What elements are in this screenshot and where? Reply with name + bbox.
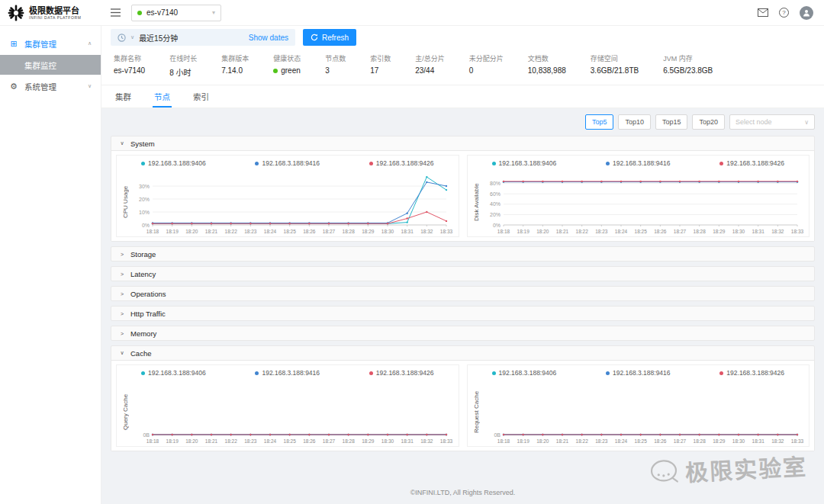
gear-icon: ⚙ xyxy=(9,82,18,91)
panel-operations-header[interactable]: > Operations xyxy=(111,287,814,300)
time-range-picker[interactable]: ∨ 最近15分钟 Show dates xyxy=(111,29,295,46)
legend-item[interactable]: 192.168.3.188:9416 xyxy=(606,159,671,167)
svg-text:18:19: 18:19 xyxy=(166,229,179,234)
svg-text:18:32: 18:32 xyxy=(771,438,784,444)
watermark-logo-icon xyxy=(648,457,681,486)
svg-text:0B: 0B xyxy=(494,432,501,438)
legend-dot-icon xyxy=(369,371,373,375)
svg-text:18:30: 18:30 xyxy=(381,438,394,444)
svg-text:18:30: 18:30 xyxy=(732,229,745,234)
legend-item[interactable]: 192.168.3.188:9406 xyxy=(492,369,557,377)
stat-cluster-name: 集群名称 es-v7140 xyxy=(114,53,145,78)
svg-text:10%: 10% xyxy=(139,210,150,215)
app-header: 极限数据平台 INFINI DATA PLATFORM es-v7140 ▾ ? xyxy=(0,0,824,26)
svg-text:0%: 0% xyxy=(142,223,150,228)
cluster-selector[interactable]: es-v7140 ▾ xyxy=(131,5,221,21)
svg-text:18:30: 18:30 xyxy=(381,229,394,234)
sidebar-collapse-toggle[interactable] xyxy=(111,8,121,17)
svg-text:30%: 30% xyxy=(139,184,150,189)
panel-http-traffic-header[interactable]: > Http Traffic xyxy=(111,307,814,320)
legend-dot-icon xyxy=(492,162,496,165)
svg-text:18:19: 18:19 xyxy=(517,229,529,234)
svg-text:18:18: 18:18 xyxy=(146,438,159,444)
stat-storage: 存储空间 3.6GB/21.8TB xyxy=(591,53,639,78)
panel-storage-header[interactable]: > Storage xyxy=(111,247,814,261)
chevron-right-icon: > xyxy=(119,271,125,277)
svg-text:18:21: 18:21 xyxy=(205,438,218,444)
legend-dot-icon xyxy=(492,371,496,375)
legend-item[interactable]: 192.168.3.188:9406 xyxy=(492,159,557,167)
svg-text:18:20: 18:20 xyxy=(185,438,198,444)
svg-text:40%: 40% xyxy=(489,201,500,207)
sidebar-item-cluster-monitor[interactable]: 集群监控 xyxy=(0,55,101,75)
sidebar-group-cluster-management[interactable]: ⊞ 集群管理 ∧ xyxy=(0,32,101,55)
legend-dot-icon xyxy=(606,162,610,165)
panel-latency: > Latency xyxy=(111,266,815,281)
panel-storage: > Storage xyxy=(111,246,815,262)
chevron-up-icon: ∧ xyxy=(88,40,92,47)
legend-item[interactable]: 192.168.3.188:9416 xyxy=(606,369,671,377)
svg-text:18:22: 18:22 xyxy=(225,438,238,444)
panel-memory: > Memory xyxy=(111,326,815,341)
node-select[interactable]: Select node ∨ xyxy=(729,114,815,130)
chart-legend: 192.168.3.188:9406 192.168.3.188:9416 19… xyxy=(472,159,805,167)
svg-text:18:22: 18:22 xyxy=(575,438,588,444)
chart-legend: 192.168.3.188:9406 192.168.3.188:9416 19… xyxy=(472,369,805,377)
svg-text:18:24: 18:24 xyxy=(614,438,627,444)
legend-item[interactable]: 192.168.3.188:9426 xyxy=(719,159,784,167)
legend-item[interactable]: 192.168.3.188:9406 xyxy=(141,369,206,377)
stat-health: 健康状态 green xyxy=(273,53,301,78)
panel-http-traffic: > Http Traffic xyxy=(111,306,815,321)
legend-item[interactable]: 192.168.3.188:9416 xyxy=(255,159,320,167)
panel-memory-header[interactable]: > Memory xyxy=(111,326,814,340)
disk-available-chart: 0%20%40%60%80%18:1818:1918:2018:2118:221… xyxy=(481,169,805,236)
stat-unassigned-shards: 未分配分片 0 xyxy=(469,53,504,78)
tab-node[interactable]: 节点 xyxy=(153,85,172,108)
svg-text:18:29: 18:29 xyxy=(713,438,726,444)
tab-index[interactable]: 索引 xyxy=(192,85,211,108)
svg-text:18:26: 18:26 xyxy=(654,438,667,444)
app-subtitle: INFINI DATA PLATFORM xyxy=(29,15,81,20)
help-icon[interactable]: ? xyxy=(779,8,789,18)
legend-item[interactable]: 192.168.3.188:9426 xyxy=(719,369,784,377)
cluster-icon: ⊞ xyxy=(9,39,18,49)
sidebar-group-label: 系统管理 xyxy=(24,81,56,92)
panel-latency-header[interactable]: > Latency xyxy=(111,267,814,281)
legend-item[interactable]: 192.168.3.188:9406 xyxy=(141,159,206,167)
panel-title: Cache xyxy=(130,349,151,358)
time-range-value: 最近15分钟 xyxy=(139,32,178,43)
legend-item[interactable]: 192.168.3.188:9416 xyxy=(255,369,320,377)
cpu-usage-chart: 0%10%20%30%18:1818:1918:2018:2118:2218:2… xyxy=(130,169,454,236)
svg-text:18:32: 18:32 xyxy=(420,438,433,444)
svg-text:20%: 20% xyxy=(139,197,150,202)
svg-text:18:22: 18:22 xyxy=(575,229,588,234)
top15-button[interactable]: Top15 xyxy=(655,114,688,130)
legend-item[interactable]: 192.168.3.188:9426 xyxy=(369,369,434,377)
panel-cache-header[interactable]: ∨ Cache xyxy=(111,346,814,360)
user-avatar[interactable] xyxy=(800,6,813,20)
chevron-right-icon: > xyxy=(119,291,125,297)
legend-item[interactable]: 192.168.3.188:9426 xyxy=(369,159,434,167)
chevron-right-icon: > xyxy=(119,252,125,257)
sidebar-group-system-management[interactable]: ⚙ 系统管理 ∨ xyxy=(0,75,101,98)
svg-text:18:25: 18:25 xyxy=(284,438,297,444)
tab-cluster[interactable]: 集群 xyxy=(114,85,133,108)
svg-text:18:29: 18:29 xyxy=(362,438,375,444)
svg-text:18:29: 18:29 xyxy=(362,229,375,234)
messages-icon[interactable] xyxy=(758,8,768,17)
menu-icon xyxy=(111,8,121,17)
svg-text:18:31: 18:31 xyxy=(752,438,764,444)
watermark-text: 极限实验室 xyxy=(684,448,808,488)
top20-button[interactable]: Top20 xyxy=(692,114,725,130)
stat-shards: 主/总分片 23/44 xyxy=(415,53,445,78)
refresh-button[interactable]: Refresh xyxy=(303,29,356,46)
top5-button[interactable]: Top5 xyxy=(585,114,614,130)
show-dates-link[interactable]: Show dates xyxy=(249,34,288,42)
chevron-down-icon: ∨ xyxy=(119,140,125,146)
panel-system-header[interactable]: ∨ System xyxy=(111,136,814,150)
panel-title: System xyxy=(130,140,155,148)
top10-button[interactable]: Top10 xyxy=(618,114,651,130)
panel-system: ∨ System 192.168.3.188:9406 192.168.3.18… xyxy=(111,136,815,242)
svg-text:18:20: 18:20 xyxy=(185,229,198,234)
chevron-right-icon: > xyxy=(119,331,125,336)
